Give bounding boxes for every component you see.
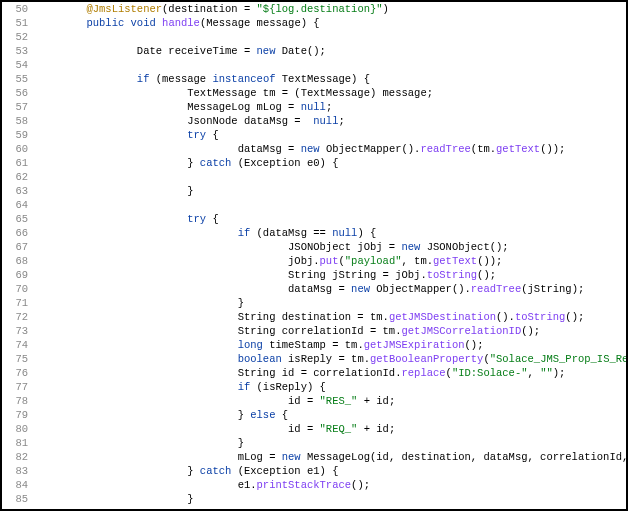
token-kw: if bbox=[238, 227, 251, 239]
code-line: id = "RES_" + id; bbox=[36, 394, 626, 408]
line-number: 59 bbox=[2, 128, 28, 142]
token-method: toString bbox=[515, 311, 565, 323]
code-line: MessageLog mLog = null; bbox=[36, 100, 626, 114]
token-plain: ) bbox=[383, 3, 389, 15]
token-plain: (); bbox=[565, 311, 584, 323]
token-plain: (message bbox=[149, 73, 212, 85]
line-number: 57 bbox=[2, 100, 28, 114]
token-plain: (dataMsg == bbox=[250, 227, 332, 239]
code-line: dataMsg = new ObjectMapper().readTree(jS… bbox=[36, 282, 626, 296]
line-number: 75 bbox=[2, 352, 28, 366]
line-number: 78 bbox=[2, 394, 28, 408]
code-line: e1.printStackTrace(); bbox=[36, 478, 626, 492]
token-plain bbox=[86, 227, 237, 239]
token-plain bbox=[86, 339, 237, 351]
line-number: 82 bbox=[2, 450, 28, 464]
token-str: "payload" bbox=[345, 255, 402, 267]
token-bool: null bbox=[301, 101, 326, 113]
token-plain: + id; bbox=[357, 423, 395, 435]
line-number: 55 bbox=[2, 72, 28, 86]
token-plain bbox=[86, 129, 187, 141]
code-lines: @JmsListener(destination = "${log.destin… bbox=[36, 2, 626, 506]
code-line: } bbox=[36, 296, 626, 310]
token-method: getBooleanProperty bbox=[370, 353, 483, 365]
token-plain: , bbox=[528, 367, 541, 379]
token-plain bbox=[86, 381, 237, 393]
token-str: "REQ_" bbox=[320, 423, 358, 435]
token-plain: } bbox=[86, 493, 193, 505]
token-plain bbox=[86, 353, 237, 365]
token-plain: id = bbox=[86, 395, 319, 407]
token-str: "RES_" bbox=[320, 395, 358, 407]
token-method: replace bbox=[401, 367, 445, 379]
line-number: 56 bbox=[2, 86, 28, 100]
code-line: TextMessage tm = (TextMessage) message; bbox=[36, 86, 626, 100]
code-line: try { bbox=[36, 212, 626, 226]
token-plain: ; bbox=[338, 115, 344, 127]
token-plain: jObj. bbox=[86, 255, 319, 267]
code-line bbox=[36, 58, 626, 72]
token-kw: long bbox=[238, 339, 263, 351]
token-str: "ID:Solace-" bbox=[452, 367, 528, 379]
token-plain: (destination = bbox=[162, 3, 257, 15]
token-plain bbox=[86, 213, 187, 225]
token-plain: timeStamp = tm. bbox=[263, 339, 364, 351]
token-plain: ObjectMapper(). bbox=[320, 143, 421, 155]
token-kw: new bbox=[282, 451, 301, 463]
token-plain: mLog = bbox=[86, 451, 281, 463]
token-plain: ) { bbox=[357, 227, 376, 239]
token-kw: else bbox=[250, 409, 275, 421]
code-line: Date receiveTime = new Date(); bbox=[36, 44, 626, 58]
token-plain: ()); bbox=[477, 255, 502, 267]
token-plain: ()); bbox=[540, 143, 565, 155]
line-number: 53 bbox=[2, 44, 28, 58]
line-number: 69 bbox=[2, 268, 28, 282]
line-number: 80 bbox=[2, 422, 28, 436]
code-line: try { bbox=[36, 128, 626, 142]
token-kw: void bbox=[131, 17, 156, 29]
line-number-gutter: 5051525354555657585960616263646566676869… bbox=[2, 2, 36, 506]
token-plain: } bbox=[86, 297, 244, 309]
token-plain: Date(); bbox=[275, 45, 325, 57]
line-number: 62 bbox=[2, 170, 28, 184]
token-method: getText bbox=[496, 143, 540, 155]
token-plain: } bbox=[86, 437, 244, 449]
token-plain: ; bbox=[326, 101, 332, 113]
token-plain: { bbox=[206, 213, 219, 225]
line-number: 65 bbox=[2, 212, 28, 226]
code-line: boolean isReply = tm.getBooleanProperty(… bbox=[36, 352, 626, 366]
token-method: readTree bbox=[420, 143, 470, 155]
token-kw: catch bbox=[200, 465, 232, 477]
token-kw: try bbox=[187, 213, 206, 225]
token-plain: (Exception e0) { bbox=[231, 157, 338, 169]
token-plain: { bbox=[275, 409, 288, 421]
code-line: JsonNode dataMsg = null; bbox=[36, 114, 626, 128]
line-number: 85 bbox=[2, 492, 28, 506]
code-line: @JmsListener(destination = "${log.destin… bbox=[36, 2, 626, 16]
token-plain: e1. bbox=[86, 479, 256, 491]
code-line: JSONObject jObj = new JSONObject(); bbox=[36, 240, 626, 254]
token-plain: } bbox=[86, 185, 193, 197]
code-line: String destination = tm.getJMSDestinatio… bbox=[36, 310, 626, 324]
token-method: getText bbox=[433, 255, 477, 267]
line-number: 83 bbox=[2, 464, 28, 478]
token-bool: null bbox=[332, 227, 357, 239]
token-kw: if bbox=[137, 73, 150, 85]
token-plain: JSONObject jObj = bbox=[86, 241, 401, 253]
token-method: put bbox=[320, 255, 339, 267]
token-plain: ObjectMapper(). bbox=[370, 283, 471, 295]
line-number: 77 bbox=[2, 380, 28, 394]
token-method: handle bbox=[162, 17, 200, 29]
token-plain: String id = correlationId. bbox=[86, 367, 401, 379]
token-method: toString bbox=[427, 269, 477, 281]
token-plain: (Exception e1) { bbox=[231, 465, 338, 477]
token-kw: catch bbox=[200, 157, 232, 169]
token-plain: isReply = tm. bbox=[282, 353, 370, 365]
line-number: 64 bbox=[2, 198, 28, 212]
token-kw: new bbox=[301, 143, 320, 155]
token-str: "${log.destination}" bbox=[257, 3, 383, 15]
token-plain: + id; bbox=[357, 395, 395, 407]
token-plain: } bbox=[86, 409, 250, 421]
code-line: } bbox=[36, 436, 626, 450]
token-ann: @JmsListener bbox=[86, 3, 162, 15]
